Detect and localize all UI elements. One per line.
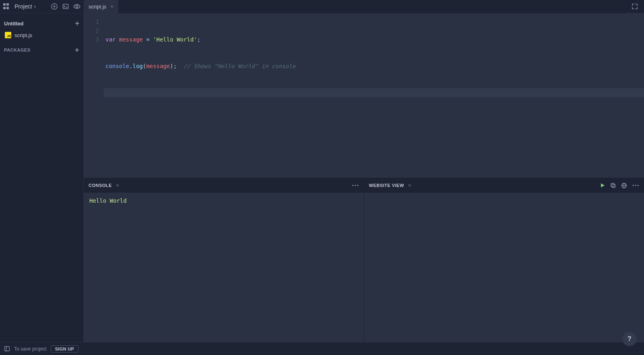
code-line-current[interactable] bbox=[104, 88, 644, 97]
close-tab-icon[interactable]: × bbox=[110, 4, 114, 9]
file-item-scriptjs[interactable]: JS script.js bbox=[4, 29, 79, 41]
editor-tabs: script.js × bbox=[84, 0, 625, 13]
top-bar-left: Project ▾ bbox=[0, 3, 84, 10]
copy-icon[interactable] bbox=[610, 183, 616, 189]
console-output[interactable]: Hello World bbox=[84, 193, 364, 342]
code-line[interactable]: console.log(message); // Shows "Hello Wo… bbox=[104, 62, 644, 71]
website-view-panel: WEBSITE VIEW × bbox=[364, 178, 644, 342]
code-line[interactable]: var message = 'Hello World'; bbox=[104, 35, 644, 44]
code-content[interactable]: var message = 'Hello World'; console.log… bbox=[104, 13, 644, 178]
signup-button[interactable]: SIGN UP bbox=[51, 345, 78, 353]
svg-point-5 bbox=[352, 185, 353, 186]
svg-point-6 bbox=[355, 185, 356, 186]
js-file-icon: JS bbox=[5, 32, 11, 38]
code-editor[interactable]: 1 2 3 var message = 'Hello World'; conso… bbox=[84, 13, 644, 178]
svg-point-4 bbox=[76, 6, 78, 8]
apps-grid-icon[interactable] bbox=[3, 3, 10, 10]
new-file-icon[interactable] bbox=[51, 3, 58, 10]
svg-point-7 bbox=[357, 185, 358, 186]
expand-icon[interactable] bbox=[625, 3, 644, 10]
sidebar-files-section: Untitled + JS script.js PACKAGES + bbox=[0, 17, 83, 56]
add-package-icon[interactable]: + bbox=[75, 46, 79, 54]
question-mark-icon: ? bbox=[627, 335, 632, 343]
eye-icon[interactable] bbox=[73, 3, 80, 10]
editor-tab-scriptjs[interactable]: script.js × bbox=[84, 0, 119, 13]
top-bar: Project ▾ script.js × bbox=[0, 0, 644, 13]
console-title: CONSOLE bbox=[89, 183, 112, 188]
svg-point-14 bbox=[635, 185, 636, 186]
svg-point-13 bbox=[632, 185, 634, 186]
svg-point-15 bbox=[637, 185, 638, 186]
toolbar-icons bbox=[51, 3, 80, 10]
line-gutter: 1 2 3 bbox=[84, 13, 104, 178]
more-icon[interactable] bbox=[632, 185, 639, 186]
console-panel-header: CONSOLE × bbox=[84, 178, 364, 193]
file-name: script.js bbox=[14, 32, 32, 38]
project-title-header: Untitled + bbox=[4, 17, 79, 29]
tab-label: script.js bbox=[89, 4, 106, 10]
website-view-header: WEBSITE VIEW × bbox=[364, 178, 644, 193]
website-preview-body[interactable] bbox=[364, 193, 644, 342]
website-view-title: WEBSITE VIEW bbox=[369, 183, 404, 188]
line-number: 3 bbox=[84, 35, 99, 44]
project-title: Untitled bbox=[4, 21, 23, 27]
console-panel: CONSOLE × Hello World bbox=[84, 178, 364, 342]
help-button[interactable]: ? bbox=[622, 332, 637, 346]
svg-rect-8 bbox=[612, 184, 615, 187]
close-console-icon[interactable]: × bbox=[116, 182, 119, 189]
line-number: 2 bbox=[84, 26, 99, 35]
console-line: Hello World bbox=[89, 197, 358, 204]
bottom-panels: CONSOLE × Hello World WEBSITE VIEW × bbox=[84, 178, 644, 342]
status-bar: To save project SIGN UP bbox=[0, 342, 644, 355]
run-icon[interactable] bbox=[600, 183, 605, 188]
panel-toggle-icon[interactable] bbox=[4, 346, 10, 352]
packages-header: PACKAGES + bbox=[4, 41, 79, 56]
terminal-icon[interactable] bbox=[62, 3, 69, 10]
project-label: Project bbox=[14, 3, 32, 10]
sidebar: Untitled + JS script.js PACKAGES + bbox=[0, 13, 84, 342]
svg-rect-16 bbox=[5, 347, 10, 351]
project-dropdown[interactable]: Project ▾ bbox=[14, 3, 36, 10]
more-icon[interactable] bbox=[352, 185, 359, 186]
save-hint-text: To save project bbox=[14, 346, 47, 352]
globe-icon[interactable] bbox=[621, 183, 627, 189]
close-preview-icon[interactable]: × bbox=[408, 182, 411, 189]
main-area: Untitled + JS script.js PACKAGES + 1 2 3… bbox=[0, 13, 644, 342]
svg-rect-3 bbox=[63, 4, 68, 9]
line-number: 1 bbox=[84, 17, 99, 26]
svg-rect-9 bbox=[611, 183, 614, 187]
editor-area: 1 2 3 var message = 'Hello World'; conso… bbox=[84, 13, 644, 342]
add-file-icon[interactable]: + bbox=[75, 20, 79, 27]
packages-label: PACKAGES bbox=[4, 48, 31, 52]
chevron-down-icon: ▾ bbox=[34, 4, 36, 9]
